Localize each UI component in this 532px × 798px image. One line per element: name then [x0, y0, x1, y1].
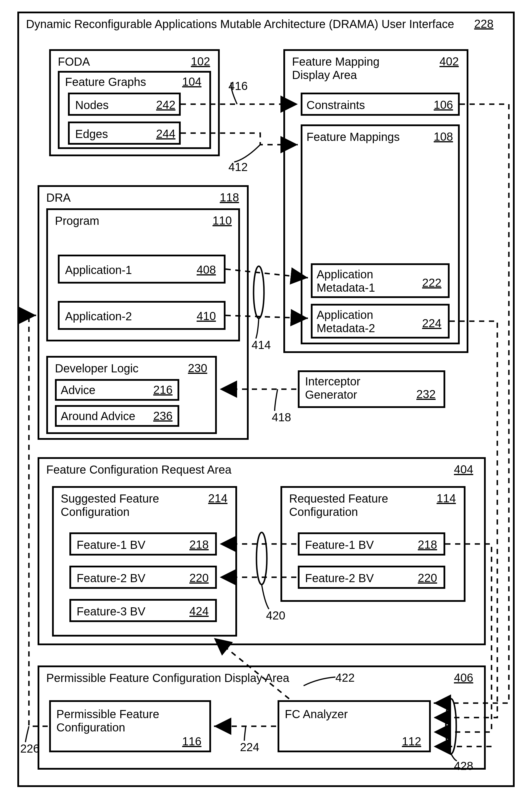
requested-title: Requested Feature Configuration	[289, 492, 388, 519]
fcra-title: Feature Configuration Request Area	[46, 463, 231, 476]
edges-title: Edges	[75, 127, 108, 141]
meta2-ref: 224	[422, 317, 441, 330]
requested-ref: 114	[437, 492, 456, 505]
analyzer-title: FC Analyzer	[285, 707, 348, 721]
outer-ref: 228	[474, 17, 494, 31]
s-f1-title: Feature-1 BV	[77, 538, 146, 552]
s-f2-title: Feature-2 BV	[77, 572, 146, 585]
fmda-title: Feature Mapping Display Area	[292, 55, 379, 81]
interceptor-ref: 232	[416, 388, 436, 401]
pfc-ref: 116	[182, 735, 202, 748]
fmda-ref: 402	[439, 55, 459, 68]
feature-mappings-title: Feature Mappings	[306, 130, 400, 144]
advice-ref: 216	[153, 383, 173, 396]
constraints-ref: 106	[434, 98, 453, 111]
suggested-ref: 214	[208, 492, 228, 505]
meta2-title: Application Metadata-2	[317, 308, 375, 335]
meta1-title: Application Metadata-1	[317, 267, 375, 294]
suggested-title: Suggested Feature Configuration	[61, 492, 159, 519]
feature-mappings-ref: 108	[434, 130, 453, 143]
interceptor-title: Interceptor Generator	[305, 375, 360, 401]
foda-title: FODA	[58, 55, 90, 68]
app1-title: Application-1	[65, 263, 132, 277]
label-412: 412	[228, 161, 248, 173]
label-422: 422	[336, 671, 355, 684]
s-f1-ref: 218	[189, 538, 209, 551]
pfcda-title: Permissible Feature Configuration Displa…	[46, 671, 289, 685]
label-428: 428	[454, 760, 473, 773]
s-f2-ref: 220	[189, 572, 209, 584]
analyzer-ref: 112	[402, 735, 421, 748]
r-f1-ref: 218	[418, 538, 437, 551]
label-224: 224	[240, 741, 259, 754]
s-f3-ref: 424	[189, 605, 209, 618]
nodes-title: Nodes	[75, 98, 109, 112]
feature-graphs-title: Feature Graphs	[65, 75, 146, 89]
label-416: 416	[228, 79, 248, 93]
program-ref: 110	[212, 214, 232, 227]
around-title: Around Advice	[61, 409, 135, 423]
app1-ref: 408	[196, 263, 216, 276]
r-f2-ref: 220	[418, 572, 437, 584]
label-420: 420	[266, 609, 285, 622]
meta1-ref: 222	[422, 276, 441, 289]
around-ref: 236	[153, 409, 173, 423]
app2-ref: 410	[196, 310, 216, 322]
constraints-title: Constraints	[306, 98, 365, 112]
advice-title: Advice	[61, 383, 95, 397]
r-f2-title: Feature-2 BV	[305, 572, 374, 585]
s-f3-title: Feature-3 BV	[77, 605, 146, 618]
label-226: 226	[20, 742, 40, 755]
label-418: 418	[272, 411, 291, 424]
feature-graphs-ref: 104	[182, 75, 202, 88]
fcra-ref: 404	[454, 463, 473, 476]
foda-ref: 102	[191, 55, 210, 68]
r-f1-title: Feature-1 BV	[305, 538, 374, 552]
app2-title: Application-2	[65, 310, 132, 323]
devlogic-title: Developer Logic	[55, 362, 138, 375]
nodes-ref: 242	[156, 98, 175, 111]
edges-ref: 244	[156, 127, 175, 140]
devlogic-ref: 230	[188, 362, 207, 375]
pfc-title: Permissible Feature Configuration	[56, 707, 159, 734]
dra-title: DRA	[46, 191, 71, 204]
program-title: Program	[55, 214, 99, 227]
pfcda-ref: 406	[454, 671, 473, 684]
label-414: 414	[251, 338, 271, 352]
outer-title: Dynamic Reconfigurable Applications Muta…	[26, 17, 454, 31]
dra-ref: 118	[220, 191, 239, 204]
diagram-canvas: Dynamic Reconfigurable Applications Muta…	[0, 0, 532, 798]
